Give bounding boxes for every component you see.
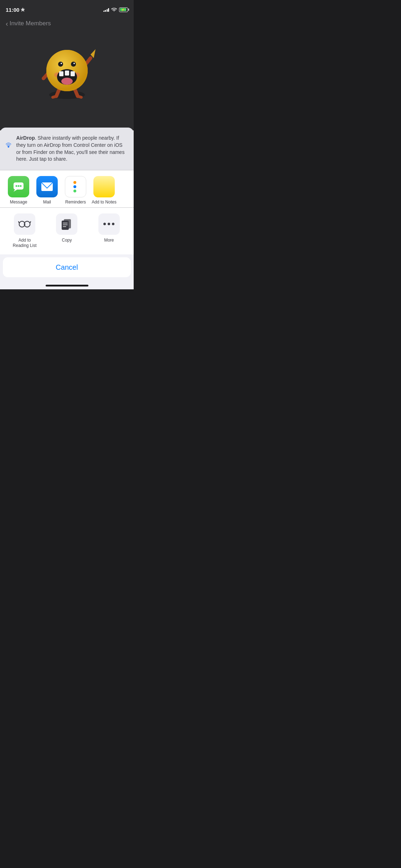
reminder-dot-green [73,190,76,192]
svg-point-14 [61,63,62,64]
svg-line-31 [19,222,19,223]
wifi-icon [111,7,117,12]
cancel-button[interactable]: Cancel [3,257,131,277]
action-item-copy[interactable]: Copy [48,213,86,249]
more-dot-1 [103,223,106,225]
airdrop-description: AirDrop. Share instantly with people nea… [16,135,128,162]
time-display: 11:00 [6,7,19,13]
svg-rect-19 [71,71,75,76]
svg-rect-18 [65,71,69,76]
copy-icon [61,218,72,231]
svg-marker-23 [14,190,17,192]
reading-list-icon [18,219,31,229]
svg-point-25 [18,185,20,187]
reminder-row-2 [73,185,78,188]
signal-bar-1 [103,11,104,12]
action-item-reading-list[interactable]: Add toReading List [6,213,43,249]
reading-list-icon-box [14,213,35,235]
reminder-row-3 [73,190,78,192]
action-item-more[interactable]: More [90,213,128,249]
signal-bar-4 [108,8,109,12]
app-item-notes[interactable]: Add to Notes [90,176,118,205]
back-button[interactable]: ‹ Invite Members [6,20,51,28]
background-area: 11:00 ⚡ [0,0,134,146]
signal-bar-3 [107,9,108,12]
back-chevron-icon: ‹ [6,20,8,28]
mail-icon-svg [41,182,53,192]
more-dot-3 [112,223,114,225]
apps-scroll-row: Message Mail [0,176,134,205]
share-sheet: AirDrop. Share instantly with people nea… [0,128,134,289]
battery-icon: ⚡ [119,7,128,12]
airdrop-section: AirDrop. Share instantly with people nea… [0,128,134,170]
svg-rect-17 [59,71,63,76]
signal-bar-2 [105,10,106,12]
signal-icon [103,7,109,12]
message-icon-svg [12,180,25,193]
svg-point-13 [71,62,76,67]
reminders-app-icon [65,176,86,197]
message-app-label: Message [10,200,27,205]
svg-line-5 [53,96,56,97]
svg-point-24 [16,185,17,187]
notes-app-icon [93,176,115,197]
home-bar [46,285,88,286]
reminder-row-1 [73,181,78,184]
monster-emoji-svg [31,35,103,99]
nav-bar: ‹ Invite Members [0,16,134,31]
more-dots-icon [103,223,114,225]
app-item-mail[interactable]: Mail [33,176,61,205]
more-icon-box [98,213,120,235]
reminders-app-label: Reminders [65,200,86,205]
cancel-section: Cancel [0,254,134,277]
status-time: 11:00 [6,7,25,13]
copy-icon-box [56,213,77,235]
actions-section: Add toReading List Copy [0,207,134,254]
location-icon [21,7,25,12]
status-bar: 11:00 ⚡ [0,0,134,16]
message-app-icon [8,176,29,197]
hero-image [0,35,134,99]
nav-title: Invite Members [10,20,51,27]
notes-app-label: Add to Notes [92,200,116,205]
svg-point-20 [61,78,73,85]
svg-point-26 [20,185,22,187]
svg-point-12 [58,62,63,67]
reminders-icon-list [71,178,81,195]
app-item-reminders[interactable]: Reminders [61,176,90,205]
status-icons: ⚡ [103,7,128,12]
airdrop-icon [6,135,11,153]
mail-app-label: Mail [43,200,51,205]
svg-line-7 [78,96,81,97]
svg-point-21 [7,146,9,148]
reminder-dot-orange [73,181,76,184]
more-dot-2 [108,223,110,225]
copy-label: Copy [62,238,72,243]
more-label: More [104,238,114,243]
svg-line-32 [30,222,31,223]
svg-rect-34 [62,221,69,230]
reading-list-label: Add toReading List [13,238,37,249]
apps-section: Message Mail [0,170,134,207]
mail-app-icon [36,176,58,197]
notes-icon-lines [102,179,106,194]
svg-point-15 [73,63,75,64]
home-indicator [0,277,134,289]
app-item-message[interactable]: Message [4,176,33,205]
reminder-dot-blue [73,185,76,188]
